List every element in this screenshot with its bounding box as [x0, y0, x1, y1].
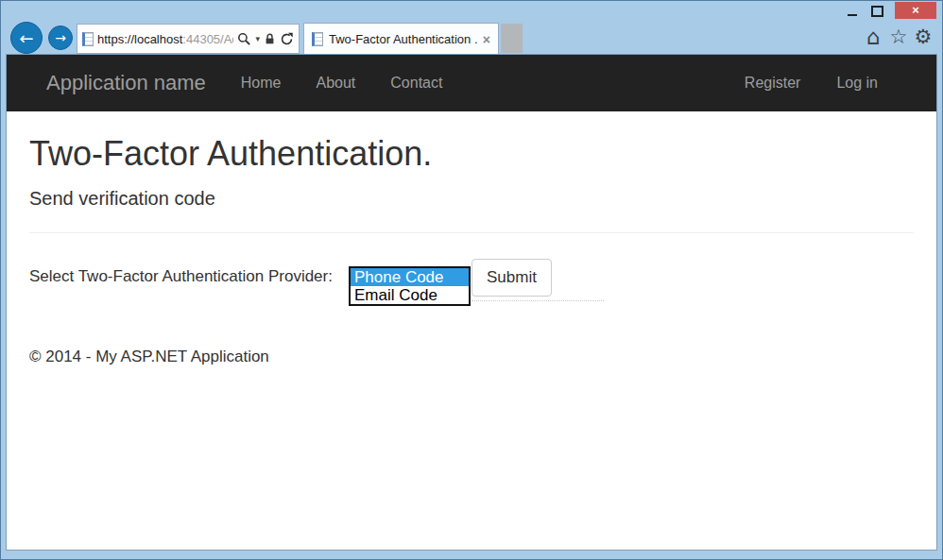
option-phone-code[interactable]: Phone Code [351, 268, 469, 286]
account-links: Register Log in [745, 75, 878, 92]
back-button[interactable]: ← [10, 22, 43, 54]
url-host: https://localhost [97, 32, 182, 46]
browser-window: × ← → https://localhost:44305/Acc ▾ [0, 0, 943, 560]
tab-close-icon[interactable]: × [483, 33, 490, 46]
submit-button[interactable]: Submit [472, 259, 552, 297]
nav-link-contact[interactable]: Contact [390, 75, 442, 91]
main-content: Two-Factor Authentication. Send verifica… [7, 136, 936, 366]
divider [29, 232, 914, 233]
browser-tab[interactable]: Two-Factor Authentication ... × [303, 23, 499, 55]
page-title: Two-Factor Authentication. [29, 136, 914, 172]
search-icon[interactable] [237, 32, 251, 46]
page-icon [82, 32, 94, 46]
page-subtitle: Send verification code [29, 188, 914, 210]
brand-link[interactable]: Application name [46, 71, 206, 95]
new-tab-button[interactable] [501, 24, 523, 53]
nav-link-login[interactable]: Log in [836, 75, 878, 91]
maximize-button[interactable] [869, 4, 884, 19]
minimize-button[interactable] [845, 4, 860, 19]
select-shadow-line [472, 300, 604, 301]
page-viewport: Application name Home About Contact Regi… [6, 54, 937, 551]
browser-toolbar: ← → https://localhost:44305/Acc ▾ [1, 20, 942, 55]
provider-form: Select Two-Factor Authentication Provide… [29, 259, 914, 306]
title-bar: × [1, 1, 942, 20]
nav-link-register[interactable]: Register [745, 75, 801, 91]
home-icon[interactable]: ⌂ [862, 25, 884, 49]
address-dropdown-caret-icon[interactable]: ▾ [255, 34, 260, 43]
nav-links: Home About Contact [241, 75, 443, 92]
site-navbar: Application name Home About Contact Regi… [7, 55, 936, 111]
nav-link-home[interactable]: Home [241, 75, 282, 91]
maximize-icon [871, 6, 883, 17]
close-button[interactable]: × [895, 2, 936, 19]
favorites-star-icon[interactable]: ☆ [887, 25, 910, 49]
provider-select-dropdown[interactable]: Phone Code Email Code [349, 266, 471, 306]
option-email-code[interactable]: Email Code [351, 286, 469, 304]
forward-button[interactable]: → [48, 25, 73, 50]
footer-copyright: © 2014 - My ASP.NET Application [29, 348, 914, 366]
tab-page-icon [312, 32, 323, 46]
url-text: https://localhost:44305/Acc [97, 32, 233, 46]
back-icon: ← [19, 28, 33, 48]
tab-title: Two-Factor Authentication ... [329, 32, 477, 46]
forward-icon: → [55, 30, 66, 45]
nav-link-about[interactable]: About [316, 75, 355, 91]
minimize-icon [848, 14, 857, 16]
settings-gear-icon[interactable]: ⚙ [912, 25, 934, 49]
address-bar[interactable]: https://localhost:44305/Acc ▾ [77, 24, 300, 54]
provider-label: Select Two-Factor Authentication Provide… [29, 267, 333, 286]
url-path: :44305/Acc [182, 32, 233, 46]
refresh-icon[interactable] [280, 32, 294, 46]
lock-icon [264, 32, 276, 45]
